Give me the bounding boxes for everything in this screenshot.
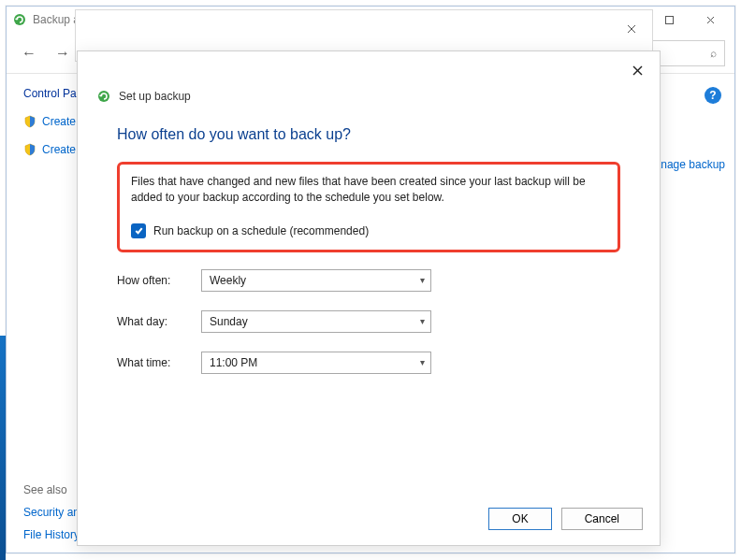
outer-dialog-close-button[interactable] xyxy=(622,20,641,38)
what-time-value: 11:00 PM xyxy=(210,356,257,369)
search-icon: ⌕ xyxy=(710,47,717,60)
wizard-content: How often do you want to back up? Files … xyxy=(78,104,660,374)
arrow-left-icon: ← xyxy=(22,45,36,62)
what-day-label: What day: xyxy=(117,315,201,328)
wizard-description: Files that have changed and new files th… xyxy=(131,174,606,207)
schedule-checkbox[interactable] xyxy=(131,223,146,238)
shield-icon xyxy=(23,115,36,128)
wizard-header: Set up backup xyxy=(78,51,660,104)
schedule-checkbox-row[interactable]: Run backup on a schedule (recommended) xyxy=(131,223,606,238)
maximize-button[interactable] xyxy=(648,7,690,33)
help-icon: ? xyxy=(709,89,716,102)
what-time-select[interactable]: 11:00 PM ▾ xyxy=(201,352,431,374)
what-time-row: What time: 11:00 PM ▾ xyxy=(117,352,620,374)
chevron-down-icon: ▾ xyxy=(420,316,425,326)
what-day-value: Sunday xyxy=(210,315,248,328)
how-often-select[interactable]: Weekly ▾ xyxy=(201,269,431,292)
schedule-checkbox-label: Run backup on a schedule (recommended) xyxy=(153,224,369,237)
what-time-label: What time: xyxy=(117,356,201,369)
wizard-header-label: Set up backup xyxy=(119,90,191,103)
backup-app-icon xyxy=(96,89,111,104)
setup-backup-wizard: Set up backup How often do you want to b… xyxy=(77,50,661,546)
cancel-button[interactable]: Cancel xyxy=(561,508,643,530)
how-often-label: How often: xyxy=(117,274,201,287)
what-day-row: What day: Sunday ▾ xyxy=(117,310,620,333)
close-button[interactable] xyxy=(690,7,731,33)
svg-rect-2 xyxy=(665,16,673,23)
how-often-row: How often: Weekly ▾ xyxy=(117,269,620,292)
wizard-close-button[interactable] xyxy=(628,61,647,79)
how-often-value: Weekly xyxy=(210,274,246,287)
what-day-select[interactable]: Sunday ▾ xyxy=(201,310,431,333)
nav-back-button[interactable]: ← xyxy=(16,40,42,66)
cancel-button-label: Cancel xyxy=(585,512,619,525)
nav-forward-button[interactable]: → xyxy=(50,40,76,66)
shield-icon xyxy=(23,143,36,156)
help-badge[interactable]: ? xyxy=(705,87,721,104)
wizard-title: How often do you want to back up? xyxy=(117,126,620,143)
annotation-highlight-box: Files that have changed and new files th… xyxy=(117,162,620,252)
chevron-down-icon: ▾ xyxy=(420,275,425,285)
backup-app-icon xyxy=(12,12,27,27)
arrow-right-icon: → xyxy=(55,45,70,62)
link-label: File History xyxy=(23,528,80,541)
wizard-button-row: OK Cancel xyxy=(488,508,643,530)
ok-button-label: OK xyxy=(512,512,528,525)
ok-button[interactable]: OK xyxy=(488,508,551,530)
chevron-down-icon: ▾ xyxy=(420,357,425,367)
